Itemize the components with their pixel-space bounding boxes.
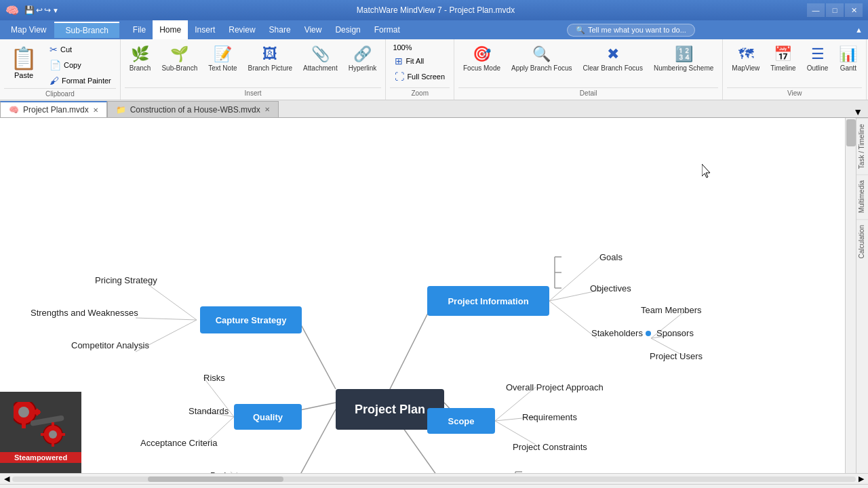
hyperlink-icon: 🔗: [353, 45, 372, 63]
zoom-percent: 100%: [390, 42, 450, 53]
full-screen-icon: ⛶: [395, 71, 404, 82]
menu-home[interactable]: Home: [153, 20, 188, 39]
text-pricing-strategy-top: Pricing Strategy: [95, 275, 157, 285]
window-title: MatchWare MindView 7 - Project Plan.mvdx: [64, 5, 807, 15]
hyperlink-button[interactable]: 🔗 Hyperlink: [344, 42, 382, 76]
svg-marker-49: [702, 164, 710, 178]
svg-rect-37: [22, 420, 26, 428]
outline-button[interactable]: ☰ Outline: [802, 42, 833, 76]
right-panels: Task / Timeline Multimedia Calculation: [856, 118, 868, 473]
branch-button[interactable]: 🌿 Branch: [125, 42, 156, 76]
node-scope[interactable]: Scope: [427, 408, 495, 434]
svg-rect-48: [60, 433, 65, 436]
scroll-right-button[interactable]: ▶: [856, 474, 867, 483]
ribbon-collapse[interactable]: ▲: [855, 26, 863, 34]
node-quality[interactable]: Quality: [234, 404, 302, 430]
scroll-left-button[interactable]: ◀: [1, 474, 12, 483]
text-objectives: Objectives: [590, 283, 631, 293]
menu-share[interactable]: Share: [262, 20, 298, 39]
copy-button[interactable]: 📄 Copy: [45, 58, 116, 73]
sub-branch-button[interactable]: 🌱 Sub-Branch: [157, 42, 202, 76]
cut-button[interactable]: ✂ Cut: [45, 42, 116, 57]
calculation-panel[interactable]: Calculation: [856, 219, 868, 264]
text-project-users: Project Users: [650, 351, 703, 361]
mindmap-canvas[interactable]: Project Plan Project Information Scope Q…: [0, 118, 856, 473]
svg-point-35: [18, 407, 29, 418]
qat-save[interactable]: 💾: [24, 5, 35, 15]
title-bar: 🧠 💾 ↩ ↪ ▼ MatchWare MindView 7 - Project…: [0, 0, 868, 20]
qat-redo[interactable]: ↪: [44, 5, 51, 15]
qat-undo[interactable]: ↩: [36, 5, 43, 15]
format-painter-icon: 🖌: [50, 75, 59, 86]
numbering-scheme-button[interactable]: 🔢 Numbering Scheme: [649, 42, 718, 76]
clear-branch-focus-button[interactable]: ✖ Clear Branch Focus: [578, 42, 648, 76]
detail-label: Detail: [458, 87, 718, 97]
sub-branch-tab[interactable]: Sub-Branch: [54, 22, 119, 38]
menu-bar: Map View Sub-Branch File Home Insert Rev…: [0, 20, 868, 39]
sub-branch-icon: 🌱: [170, 45, 189, 63]
qat-customize[interactable]: ▼: [52, 7, 59, 14]
svg-point-44: [49, 430, 57, 439]
menu-format[interactable]: Format: [368, 20, 407, 39]
multimedia-panel[interactable]: Multimedia: [856, 174, 868, 218]
paste-button[interactable]: 📋 Paste: [4, 42, 43, 83]
clear-branch-focus-icon: ✖: [607, 45, 619, 63]
node-project-information[interactable]: Project Information: [427, 286, 549, 316]
text-sponsors: Sponsors: [656, 328, 694, 338]
menu-review[interactable]: Review: [222, 20, 262, 39]
timeline-icon: 📅: [774, 45, 792, 63]
attachment-button[interactable]: 📎 Attachment: [298, 42, 342, 76]
text-note-icon: 📝: [214, 45, 232, 63]
apply-branch-focus-button[interactable]: 🔍 Apply Branch Focus: [507, 42, 577, 76]
fit-all-button[interactable]: ⊞ Fit All: [390, 54, 450, 68]
full-screen-button[interactable]: ⛶ Full Screen: [390, 69, 450, 84]
steam-gears-svg: [14, 402, 68, 449]
horizontal-scrollbar[interactable]: ◀ ▶: [0, 473, 868, 484]
tabs-dropdown[interactable]: ▼: [848, 106, 868, 117]
svg-line-8: [549, 301, 597, 338]
fit-all-icon: ⊞: [395, 56, 403, 66]
view-group: 🗺 MapView 📅 Timeline ☰ Outline 📊 Gantt V…: [723, 39, 867, 100]
status-bar: 84% ⊖──────⊕: [0, 484, 868, 488]
text-risks: Risks: [203, 373, 225, 383]
tab-wbs-label: Construction of a House-WBS.mvdx: [130, 105, 260, 115]
svg-rect-38: [14, 410, 16, 414]
insert-group: 🌿 Branch 🌱 Sub-Branch 📝 Text Note 🖼 Bran…: [121, 39, 387, 100]
mapview-button[interactable]: 🗺 MapView: [727, 42, 764, 76]
menu-insert[interactable]: Insert: [188, 20, 222, 39]
tab-project-plan-close[interactable]: ✕: [93, 106, 98, 114]
insert-label: Insert: [125, 87, 382, 97]
tabs-bar: 🧠 Project Plan.mvdx ✕ 📁 Construction of …: [0, 100, 868, 118]
maximize-button[interactable]: □: [826, 3, 844, 17]
vertical-scroll-thumb[interactable]: [846, 119, 856, 146]
text-note-button[interactable]: 📝 Text Note: [203, 42, 241, 76]
text-budget: Budget: [210, 470, 238, 473]
task-timeline-panel[interactable]: Task / Timeline: [856, 118, 868, 174]
outline-icon: ☰: [811, 45, 825, 63]
clipboard-group: 📋 Paste ✂ Cut 📄 Copy 🖌 Format Painter Cl…: [0, 39, 121, 100]
text-team-members: Team Members: [641, 305, 702, 315]
timeline-button[interactable]: 📅 Timeline: [766, 42, 800, 76]
branch-picture-button[interactable]: 🖼 Branch Picture: [243, 42, 298, 76]
menu-design[interactable]: Design: [328, 20, 367, 39]
menu-file[interactable]: File: [126, 20, 153, 39]
tell-me-input[interactable]: 🔍 Tell me what you want to do...: [567, 24, 695, 37]
map-view-tab[interactable]: Map View: [3, 22, 54, 37]
tab-wbs[interactable]: 📁 Construction of a House-WBS.mvdx ✕: [107, 101, 279, 117]
node-capture-strategy[interactable]: Capture Strategy: [200, 306, 302, 333]
scroll-thumb[interactable]: [148, 476, 283, 482]
text-overall-approach: Overall Project Approach: [506, 382, 604, 392]
gantt-button[interactable]: 📊 Gantt: [834, 42, 862, 76]
minimize-button[interactable]: —: [807, 3, 825, 17]
tab-project-plan[interactable]: 🧠 Project Plan.mvdx ✕: [0, 101, 107, 117]
menu-view[interactable]: View: [298, 20, 329, 39]
tab-wbs-close[interactable]: ✕: [264, 106, 270, 113]
svg-line-14: [495, 421, 536, 445]
numbering-scheme-icon: 🔢: [675, 45, 693, 63]
text-acceptance: Acceptance Criteria: [140, 438, 217, 448]
tab-wbs-icon: 📁: [116, 105, 126, 115]
vertical-scrollbar[interactable]: [845, 118, 856, 473]
format-painter-button[interactable]: 🖌 Format Painter: [45, 73, 116, 88]
close-button[interactable]: ✕: [845, 3, 863, 17]
focus-mode-button[interactable]: 🎯 Focus Mode: [458, 42, 505, 76]
